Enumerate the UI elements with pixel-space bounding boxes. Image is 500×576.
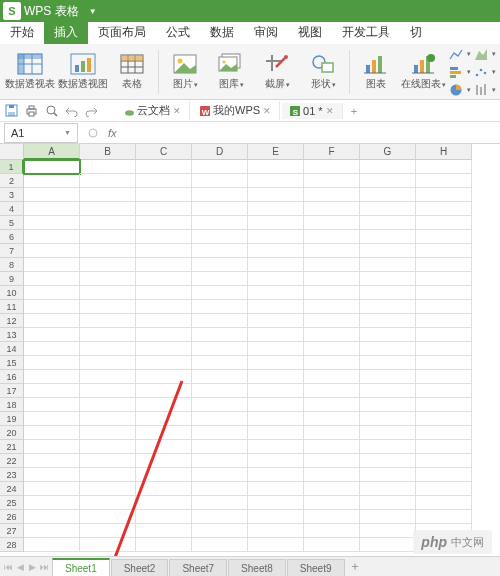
cell-D14[interactable] [192,342,248,356]
cell-H11[interactable] [416,300,472,314]
cell-E21[interactable] [248,440,304,454]
cell-D27[interactable] [192,524,248,538]
cell-H26[interactable] [416,510,472,524]
preview-icon[interactable] [44,104,58,118]
cell-H19[interactable] [416,412,472,426]
cell-F28[interactable] [304,538,360,552]
cell-D12[interactable] [192,314,248,328]
app-dropdown[interactable]: ▼ [85,7,101,16]
cell-D17[interactable] [192,384,248,398]
cell-F4[interactable] [304,202,360,216]
pie-chart-icon[interactable] [449,83,463,97]
cell-B23[interactable] [80,468,136,482]
cell-D20[interactable] [192,426,248,440]
row-header-7[interactable]: 7 [0,244,24,258]
cell-C8[interactable] [136,258,192,272]
menu-开始[interactable]: 开始 [0,20,44,44]
cell-C6[interactable] [136,230,192,244]
cell-C4[interactable] [136,202,192,216]
cell-E3[interactable] [248,188,304,202]
cell-E27[interactable] [248,524,304,538]
row-header-25[interactable]: 25 [0,496,24,510]
cell-G16[interactable] [360,370,416,384]
cell-D21[interactable] [192,440,248,454]
cell-B19[interactable] [80,412,136,426]
sheet-tab-Sheet8[interactable]: Sheet8 [228,559,286,577]
cell-C5[interactable] [136,216,192,230]
name-box[interactable]: A1 ▼ [4,123,78,143]
cell-G22[interactable] [360,454,416,468]
cell-C18[interactable] [136,398,192,412]
cell-C21[interactable] [136,440,192,454]
cell-E13[interactable] [248,328,304,342]
cell-D18[interactable] [192,398,248,412]
cell-B18[interactable] [80,398,136,412]
cell-G25[interactable] [360,496,416,510]
cell-B25[interactable] [80,496,136,510]
row-header-22[interactable]: 22 [0,454,24,468]
cell-G6[interactable] [360,230,416,244]
cell-B16[interactable] [80,370,136,384]
cell-B22[interactable] [80,454,136,468]
col-header-A[interactable]: A [24,144,80,160]
cell-D22[interactable] [192,454,248,468]
cell-A3[interactable] [24,188,80,202]
cell-F20[interactable] [304,426,360,440]
cell-F7[interactable] [304,244,360,258]
scatter-chart-icon[interactable] [474,65,488,79]
cell-A17[interactable] [24,384,80,398]
row-header-21[interactable]: 21 [0,440,24,454]
cell-H10[interactable] [416,286,472,300]
cell-E17[interactable] [248,384,304,398]
cell-A6[interactable] [24,230,80,244]
cell-E15[interactable] [248,356,304,370]
cell-B5[interactable] [80,216,136,230]
col-header-E[interactable]: E [248,144,304,160]
cell-E26[interactable] [248,510,304,524]
cell-G18[interactable] [360,398,416,412]
cell-G19[interactable] [360,412,416,426]
last-sheet-button[interactable]: ⏭ [39,561,49,573]
cell-A12[interactable] [24,314,80,328]
cell-G27[interactable] [360,524,416,538]
row-header-23[interactable]: 23 [0,468,24,482]
cell-A18[interactable] [24,398,80,412]
cell-E12[interactable] [248,314,304,328]
cell-H2[interactable] [416,174,472,188]
cell-C9[interactable] [136,272,192,286]
spreadsheet-grid[interactable]: ABCDEFGH 1234567891011121314151617181920… [0,144,500,556]
row-header-1[interactable]: 1 [0,160,24,174]
col-header-D[interactable]: D [192,144,248,160]
cell-G7[interactable] [360,244,416,258]
col-header-C[interactable]: C [136,144,192,160]
cell-E2[interactable] [248,174,304,188]
sheet-tab-Sheet1[interactable]: Sheet1 [52,558,110,577]
menu-视图[interactable]: 视图 [288,20,332,44]
cell-B8[interactable] [80,258,136,272]
col-header-G[interactable]: G [360,144,416,160]
cells-area[interactable] [24,160,472,552]
menu-切[interactable]: 切 [400,20,432,44]
cell-B26[interactable] [80,510,136,524]
cell-H21[interactable] [416,440,472,454]
cell-C14[interactable] [136,342,192,356]
cell-D2[interactable] [192,174,248,188]
cell-C26[interactable] [136,510,192,524]
cell-C28[interactable] [136,538,192,552]
row-header-28[interactable]: 28 [0,538,24,552]
cell-E6[interactable] [248,230,304,244]
row-header-3[interactable]: 3 [0,188,24,202]
cell-A24[interactable] [24,482,80,496]
cell-H14[interactable] [416,342,472,356]
cell-A9[interactable] [24,272,80,286]
cell-E18[interactable] [248,398,304,412]
cell-C12[interactable] [136,314,192,328]
cell-A1[interactable] [24,160,80,174]
pivot-table-button[interactable]: 数据透视表 [4,46,55,98]
cell-C7[interactable] [136,244,192,258]
cell-B12[interactable] [80,314,136,328]
table-button[interactable]: 表格 [110,46,154,98]
row-header-5[interactable]: 5 [0,216,24,230]
row-header-19[interactable]: 19 [0,412,24,426]
cell-D6[interactable] [192,230,248,244]
